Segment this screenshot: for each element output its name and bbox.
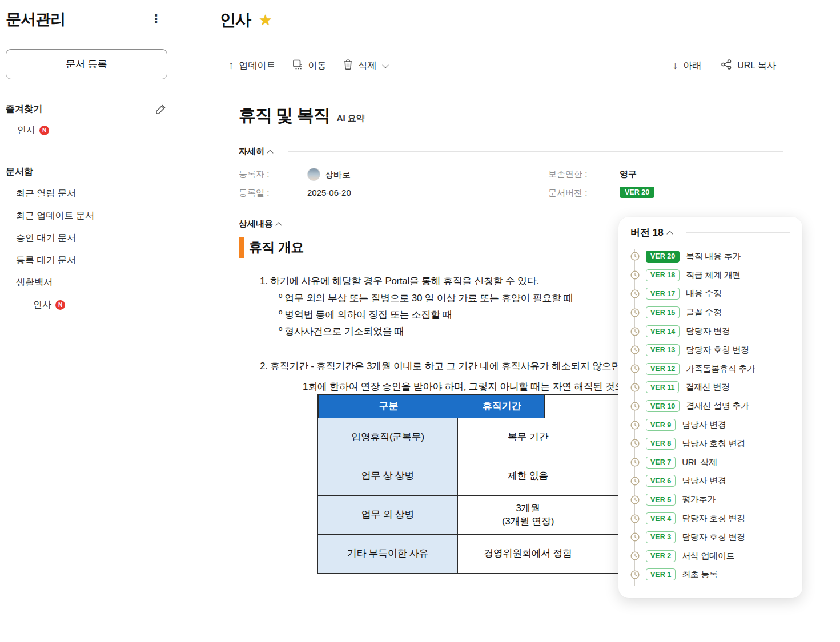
table-cell-category: 입영휴직(군복무) xyxy=(318,418,457,457)
toolbar-right-group: ↓ 아래 URL 복사 xyxy=(673,59,783,72)
sidebar-item[interactable]: 최근 업데이트 문서 xyxy=(16,210,94,222)
sidebar-item[interactable]: 등록 대기 문서 xyxy=(16,255,76,267)
table-header-cell: 구분 xyxy=(318,395,459,418)
version-entry[interactable]: VER 6 담당자 변경 xyxy=(630,472,790,491)
sidebar-item[interactable]: 최근 열람 문서 xyxy=(16,188,76,200)
delete-label: 삭제 xyxy=(359,60,377,72)
sidebar-item[interactable]: 생활백서 xyxy=(16,277,53,289)
version-entry-label: 복직 내용 추가 xyxy=(686,251,741,262)
table-header-cell: 휴직기간 xyxy=(459,395,544,418)
version-entry-label: 담당자 호칭 변경 xyxy=(682,513,745,524)
version-entry[interactable]: VER 10 결재선 설명 추가 xyxy=(630,397,790,415)
clock-icon xyxy=(630,421,640,430)
clock-icon xyxy=(630,495,640,504)
register-document-button[interactable]: 문서 등록 xyxy=(6,49,167,79)
table-cell-category: 업무 상 상병 xyxy=(318,457,457,495)
clock-icon xyxy=(630,364,640,373)
version-entry[interactable]: VER 13 담당자 호칭 변경 xyxy=(630,341,790,360)
sidebar-item-label: 등록 대기 문서 xyxy=(16,255,76,267)
registrant-label: 등록자 : xyxy=(239,169,269,180)
page-header: 인사 ★ xyxy=(220,9,272,31)
version-entry-label: URL 삭제 xyxy=(682,457,717,468)
version-badge: VER 14 xyxy=(646,325,680,337)
table-cell-period: 제한 없음 xyxy=(457,457,598,495)
version-badge: VER 8 xyxy=(646,438,676,450)
docbox-header: 문서함 xyxy=(6,166,33,178)
reg-date-value: 2025-06-20 xyxy=(307,188,351,197)
clock-icon xyxy=(630,570,640,579)
version-panel-header: 버전 18 xyxy=(630,226,790,239)
move-label: 이동 xyxy=(308,60,327,72)
version-badge: VER 7 xyxy=(646,457,676,469)
version-badge: VER 17 xyxy=(646,288,680,300)
version-badge: VER 3 xyxy=(646,531,676,543)
version-badge: VER 10 xyxy=(646,400,680,412)
content-toggle[interactable]: 상세내용 xyxy=(239,219,282,229)
version-entry[interactable]: VER 4 담당자 호칭 변경 xyxy=(630,509,790,528)
version-entry[interactable]: VER 20 복직 내용 추가 xyxy=(630,247,790,266)
registrant-name: 장바로 xyxy=(325,169,351,179)
clock-icon xyxy=(630,270,640,280)
bullet-1: º 업무 외의 부상 또는 질병으로 30 일 이상 가료 또는 휴양이 필요할… xyxy=(279,292,573,305)
sidebar-item[interactable]: 승인 대기 문서 xyxy=(16,232,76,244)
version-panel-toggle[interactable]: 버전 18 xyxy=(630,226,673,239)
reg-date-label: 등록일 : xyxy=(239,188,269,199)
version-entry[interactable]: VER 12 가족돌봄휴직 추가 xyxy=(630,360,790,378)
sidebar-item-favorite-insa[interactable]: 인사 N xyxy=(17,124,49,136)
ai-summary-label: AI 요약 xyxy=(337,113,365,124)
table-cell-category: 기타 부득이한 사유 xyxy=(318,535,457,573)
retention-value: 영구 xyxy=(620,169,637,180)
table-cell-period: 복무 기간 xyxy=(457,418,598,457)
clock-icon xyxy=(630,532,640,542)
version-entry[interactable]: VER 15 글꼴 수정 xyxy=(630,303,790,322)
version-badge: VER 13 xyxy=(646,344,680,356)
paragraph-2-line-2: 1회에 한하여 연장 승인을 받아야 하며, 그렇지 아니할 때는 자연 해직된… xyxy=(303,380,646,393)
orange-bar xyxy=(239,237,244,258)
toolbar: ↑ 업데이트 이동 삭제 xyxy=(228,59,783,72)
version-entry-label: 담당자 변경 xyxy=(686,326,730,337)
version-entry[interactable]: VER 1 최초 등록 xyxy=(630,566,790,584)
sidebar-item-label: 최근 열람 문서 xyxy=(16,188,76,200)
chevron-up-icon xyxy=(276,221,282,227)
version-entry[interactable]: VER 11 결재선 변경 xyxy=(630,378,790,397)
copy-url-label: URL 복사 xyxy=(737,60,776,72)
clock-icon xyxy=(630,458,640,467)
paragraph-2-line-1: 2. 휴직기간 - 휴직기간은 3개월 이내로 하고 그 기간 내에 휴직사유가… xyxy=(260,360,654,373)
table-cell-category: 업무 외 상병 xyxy=(318,496,457,534)
delete-button[interactable]: 삭제 xyxy=(343,59,389,72)
version-entry[interactable]: VER 5 평가추가 xyxy=(630,490,790,509)
version-entry-label: 담당자 변경 xyxy=(682,475,726,486)
details-toggle[interactable]: 자세히 xyxy=(239,146,274,157)
clock-icon xyxy=(630,308,640,317)
content-heading: 휴직 개요 xyxy=(239,237,304,258)
chevron-down-icon xyxy=(383,63,389,68)
update-button[interactable]: ↑ 업데이트 xyxy=(228,59,276,72)
sidebar-subitem-label: 인사 xyxy=(33,299,51,311)
move-button[interactable]: 이동 xyxy=(292,59,327,72)
version-entry[interactable]: VER 18 직급 체계 개편 xyxy=(630,266,790,285)
retention-label: 보존연한 : xyxy=(548,169,587,180)
down-button[interactable]: ↓ 아래 xyxy=(673,59,702,72)
table-cell-period: 경영위원회에서 정함 xyxy=(457,535,598,573)
kebab-menu-icon[interactable]: ⋮ xyxy=(147,10,164,27)
version-entry[interactable]: VER 9 담당자 변경 xyxy=(630,415,790,434)
chevron-up-icon xyxy=(268,149,274,155)
version-entry[interactable]: VER 14 담당자 변경 xyxy=(630,322,790,341)
version-entry[interactable]: VER 7 URL 삭제 xyxy=(630,453,790,472)
version-entry[interactable]: VER 8 담당자 호칭 변경 xyxy=(630,434,790,453)
toolbar-left-group: ↑ 업데이트 이동 삭제 xyxy=(228,59,389,72)
version-entry[interactable]: VER 3 담당자 호칭 변경 xyxy=(630,528,790,547)
copy-url-button[interactable]: URL 복사 xyxy=(721,59,776,72)
version-entry[interactable]: VER 17 내용 수정 xyxy=(630,285,790,304)
version-entry-label: 담당자 호칭 변경 xyxy=(686,345,749,356)
edit-favorites-icon[interactable] xyxy=(154,102,168,116)
version-entry-label: 결재선 설명 추가 xyxy=(686,401,749,411)
page-title: 인사 xyxy=(220,9,251,31)
favorite-star-icon[interactable]: ★ xyxy=(259,13,272,27)
move-icon xyxy=(292,59,303,72)
divider xyxy=(686,232,790,233)
version-entry[interactable]: VER 2 서식 업데이트 xyxy=(630,547,790,566)
sidebar-item-insa-sub[interactable]: 인사 N xyxy=(33,299,65,311)
bullet-3: º 형사사건으로 기소되었을 때 xyxy=(279,325,404,338)
content-label: 상세내용 xyxy=(239,219,273,229)
